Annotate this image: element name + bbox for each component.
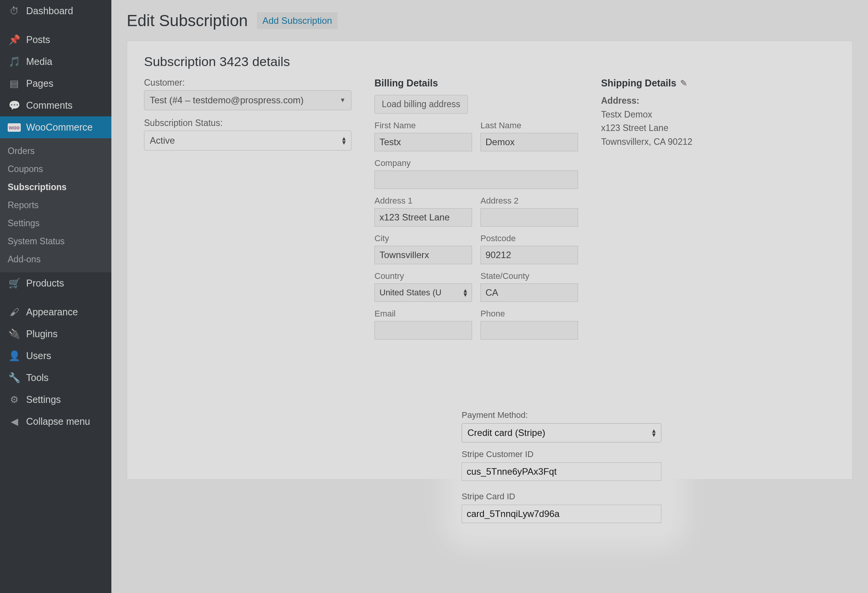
load-billing-button[interactable]: Load billing address — [374, 95, 468, 114]
sliders-icon: ⚙ — [8, 394, 21, 405]
media-icon: 🎵 — [8, 56, 21, 67]
sidebar-item-media[interactable]: 🎵Media — [0, 51, 111, 73]
address1-label: Address 1 — [374, 196, 472, 206]
woo-icon: woo — [8, 123, 21, 132]
select-arrows-icon: ▴▾ — [342, 136, 346, 145]
first-name-input[interactable] — [374, 133, 472, 151]
wrench-icon: 🔧 — [8, 372, 21, 383]
shipping-title: Shipping Details✎ — [601, 78, 835, 89]
payment-method-label: Payment Method: — [462, 410, 661, 420]
sidebar-sub-addons[interactable]: Add-ons — [0, 250, 111, 268]
sidebar-sub-system-status[interactable]: System Status — [0, 232, 111, 250]
phone-input[interactable] — [480, 321, 578, 340]
stripe-card-label: Stripe Card ID — [462, 492, 661, 502]
pin-icon: 📌 — [8, 34, 21, 45]
sidebar-sub-coupons[interactable]: Coupons — [0, 160, 111, 178]
email-input[interactable] — [374, 321, 472, 340]
last-name-input[interactable] — [480, 133, 578, 151]
shipping-line2: x123 Street Lane — [601, 123, 668, 133]
sidebar-sub-subscriptions[interactable]: Subscriptions — [0, 178, 111, 196]
billing-title: Billing Details — [374, 78, 578, 89]
sidebar-sub-settings[interactable]: Settings — [0, 214, 111, 232]
sidebar-item-appearance[interactable]: 🖌Appearance — [0, 301, 111, 323]
edit-icon[interactable]: ✎ — [680, 78, 687, 88]
state-label: State/County — [480, 271, 578, 281]
sidebar-sub-reports[interactable]: Reports — [0, 196, 111, 214]
select-arrows-icon: ▴▾ — [652, 429, 656, 437]
country-select[interactable]: United States (U▴▾ — [374, 283, 472, 302]
shipping-line3: Townsvillerx, CA 90212 — [601, 137, 692, 147]
brush-icon: 🖌 — [8, 306, 21, 318]
postcode-label: Postcode — [480, 234, 578, 243]
payment-method-select[interactable]: Credit card (Stripe)▴▾ — [462, 423, 661, 442]
sidebar-item-settings[interactable]: ⚙Settings — [0, 389, 111, 411]
state-input[interactable] — [480, 283, 578, 302]
chevron-down-icon: ▼ — [340, 97, 346, 104]
sidebar-sub-orders[interactable]: Orders — [0, 142, 111, 160]
sidebar-item-users[interactable]: 👤Users — [0, 345, 111, 367]
payment-highlight: Payment Method: Credit card (Stripe)▴▾ S… — [457, 403, 672, 535]
country-label: Country — [374, 271, 472, 281]
panel-title: Subscription 3423 details — [144, 54, 835, 69]
gauge-icon: ⏱ — [8, 5, 21, 17]
address2-label: Address 2 — [480, 196, 578, 206]
address1-input[interactable] — [374, 208, 472, 227]
shipping-address-label: Address: — [601, 96, 639, 106]
comment-icon: 💬 — [8, 100, 21, 111]
stripe-customer-input[interactable] — [462, 462, 661, 481]
sidebar-item-products[interactable]: 🛒Products — [0, 272, 111, 294]
page-icon: ▤ — [8, 78, 21, 89]
sidebar-item-plugins[interactable]: 🔌Plugins — [0, 323, 111, 345]
postcode-input[interactable] — [480, 246, 578, 264]
sidebar-item-collapse[interactable]: ◀Collapse menu — [0, 411, 111, 432]
status-select[interactable]: Active▴▾ — [144, 131, 351, 151]
woocommerce-submenu: Orders Coupons Subscriptions Reports Set… — [0, 138, 111, 272]
select-arrows-icon: ▴▾ — [464, 288, 467, 297]
admin-sidebar: ⏱Dashboard 📌Posts 🎵Media ▤Pages 💬Comment… — [0, 0, 111, 593]
status-label: Subscription Status: — [144, 118, 351, 128]
sidebar-item-comments[interactable]: 💬Comments — [0, 94, 111, 116]
plug-icon: 🔌 — [8, 328, 21, 340]
collapse-icon: ◀ — [8, 416, 21, 427]
sidebar-item-pages[interactable]: ▤Pages — [0, 73, 111, 94]
stripe-customer-label: Stripe Customer ID — [462, 449, 661, 459]
user-icon: 👤 — [8, 350, 21, 361]
city-label: City — [374, 234, 472, 243]
sidebar-item-woocommerce[interactable]: wooWooCommerce — [0, 116, 111, 138]
company-label: Company — [374, 158, 578, 168]
page-title: Edit Subscription — [127, 12, 248, 30]
phone-label: Phone — [480, 309, 578, 319]
customer-label: Customer: — [144, 78, 351, 88]
city-input[interactable] — [374, 246, 472, 264]
address2-input[interactable] — [480, 208, 578, 227]
shipping-line1: Testx Demox — [601, 109, 652, 119]
first-name-label: First Name — [374, 121, 472, 131]
customer-select[interactable]: Test (#4 – testdemo@prospress.com)▼ — [144, 90, 351, 110]
stripe-card-input[interactable] — [462, 505, 661, 523]
last-name-label: Last Name — [480, 121, 578, 131]
cart-icon: 🛒 — [8, 278, 21, 289]
sidebar-item-dashboard[interactable]: ⏱Dashboard — [0, 0, 111, 22]
email-label: Email — [374, 309, 472, 319]
main-content: Edit Subscription Add Subscription Subsc… — [111, 0, 868, 593]
sidebar-item-tools[interactable]: 🔧Tools — [0, 367, 111, 389]
company-input[interactable] — [374, 171, 578, 189]
add-subscription-button[interactable]: Add Subscription — [257, 12, 337, 29]
sidebar-item-posts[interactable]: 📌Posts — [0, 29, 111, 51]
